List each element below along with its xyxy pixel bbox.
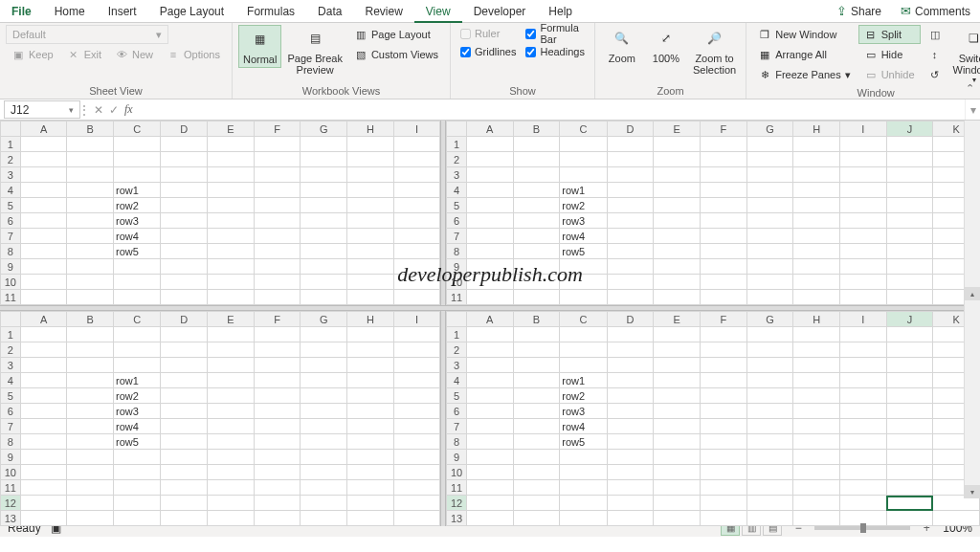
col-header-D[interactable]: D <box>161 121 208 137</box>
tab-insert[interactable]: Insert <box>97 0 148 23</box>
cell-B8[interactable] <box>513 434 560 450</box>
cell-G10[interactable] <box>301 275 347 290</box>
cell-C3[interactable] <box>114 358 161 373</box>
row-header-1[interactable]: 1 <box>1 327 21 342</box>
cell-G9[interactable] <box>301 450 347 465</box>
cell-F2[interactable] <box>254 342 301 358</box>
cell-H11[interactable] <box>347 290 394 305</box>
cell-C9[interactable] <box>114 450 161 465</box>
col-header-E[interactable]: E <box>208 312 255 327</box>
cell-B1[interactable] <box>67 137 114 152</box>
cell-C4[interactable]: row1 <box>560 373 607 388</box>
cell-H11[interactable] <box>793 480 840 496</box>
cell-F7[interactable] <box>254 419 301 434</box>
cell-I8[interactable] <box>840 244 887 259</box>
cell-G12[interactable] <box>301 496 347 511</box>
cell-A1[interactable] <box>466 137 513 152</box>
cell-C7[interactable]: row4 <box>560 229 607 244</box>
cell-F9[interactable] <box>254 450 301 465</box>
cell-C5[interactable]: row2 <box>560 198 607 213</box>
cell-G8[interactable] <box>746 244 793 259</box>
cell-E5[interactable] <box>208 198 255 213</box>
cell-A11[interactable] <box>20 480 67 496</box>
cell-B2[interactable] <box>67 152 114 167</box>
cell-B3[interactable] <box>513 358 560 373</box>
cell-E7[interactable] <box>654 229 701 244</box>
cell-E11[interactable] <box>208 290 255 305</box>
cell-I6[interactable] <box>840 213 887 229</box>
row-header-12[interactable]: 12 <box>1 496 21 511</box>
cell-B10[interactable] <box>67 465 114 480</box>
col-header-A[interactable]: A <box>466 121 513 137</box>
gridlines-checkbox[interactable]: Gridlines <box>457 43 520 60</box>
cell-H2[interactable] <box>347 342 394 358</box>
scroll-split-bottom[interactable]: ▾ <box>964 485 980 498</box>
zoom-button[interactable]: 🔍Zoom <box>601 25 643 66</box>
cell-G13[interactable] <box>301 511 347 526</box>
cell-H5[interactable] <box>347 388 394 404</box>
col-header-H[interactable]: H <box>347 121 394 137</box>
col-header-F[interactable]: F <box>700 312 746 327</box>
cell-G8[interactable] <box>746 434 793 450</box>
col-header-J[interactable]: J <box>886 121 933 137</box>
cell-J2[interactable] <box>886 342 933 358</box>
cell-I6[interactable] <box>393 404 440 419</box>
cell-H1[interactable] <box>793 327 840 342</box>
page-layout-button[interactable]: ▥Page Layout <box>348 25 444 44</box>
cell-I3[interactable] <box>840 358 887 373</box>
cell-D3[interactable] <box>607 167 654 183</box>
cell-F4[interactable] <box>254 373 301 388</box>
cell-H1[interactable] <box>793 137 840 152</box>
cell-A4[interactable] <box>466 373 513 388</box>
cell-A5[interactable] <box>466 388 513 404</box>
cell-D8[interactable] <box>161 244 208 259</box>
cell-E6[interactable] <box>654 213 701 229</box>
cell-F4[interactable] <box>254 183 301 198</box>
cell-B7[interactable] <box>513 229 560 244</box>
row-header-3[interactable]: 3 <box>1 358 21 373</box>
cell-J4[interactable] <box>886 183 933 198</box>
cell-G1[interactable] <box>746 327 793 342</box>
tab-formulas[interactable]: Formulas <box>235 0 306 23</box>
col-header-H[interactable]: H <box>347 312 394 327</box>
cell-H13[interactable] <box>347 511 394 526</box>
col-header-E[interactable]: E <box>654 312 701 327</box>
cell-B5[interactable] <box>513 198 560 213</box>
cell-I10[interactable] <box>840 465 887 480</box>
cell-D11[interactable] <box>161 480 208 496</box>
switch-windows-button[interactable]: ❏Switch Windows▾ <box>949 25 980 86</box>
cell-B4[interactable] <box>67 183 114 198</box>
row-header-9[interactable]: 9 <box>1 259 21 275</box>
cell-D13[interactable] <box>607 511 654 526</box>
cell-E5[interactable] <box>208 388 255 404</box>
cell-G5[interactable] <box>301 388 347 404</box>
row-header-6[interactable]: 6 <box>1 404 21 419</box>
cell-I11[interactable] <box>840 290 887 305</box>
row-header-10[interactable]: 10 <box>447 275 467 290</box>
tab-developer[interactable]: Developer <box>462 0 538 23</box>
cell-A10[interactable] <box>20 465 67 480</box>
cell-C4[interactable]: row1 <box>114 373 161 388</box>
cell-I2[interactable] <box>840 342 887 358</box>
cell-C5[interactable]: row2 <box>114 198 161 213</box>
cell-F12[interactable] <box>700 496 746 511</box>
cell-E4[interactable] <box>208 373 255 388</box>
cell-H3[interactable] <box>347 358 394 373</box>
cell-E8[interactable] <box>654 434 701 450</box>
cell-F10[interactable] <box>254 465 301 480</box>
row-header-9[interactable]: 9 <box>447 450 467 465</box>
cell-B8[interactable] <box>67 244 114 259</box>
cell-I12[interactable] <box>840 496 887 511</box>
cell-I7[interactable] <box>840 229 887 244</box>
cell-D10[interactable] <box>607 465 654 480</box>
cell-B6[interactable] <box>513 213 560 229</box>
cell-F5[interactable] <box>700 388 746 404</box>
cell-I1[interactable] <box>840 327 887 342</box>
cell-E3[interactable] <box>208 358 255 373</box>
cell-I6[interactable] <box>840 404 887 419</box>
cell-E5[interactable] <box>654 198 701 213</box>
cell-D8[interactable] <box>607 434 654 450</box>
cell-J10[interactable] <box>886 275 933 290</box>
cell-E5[interactable] <box>654 388 701 404</box>
col-header-G[interactable]: G <box>746 121 793 137</box>
